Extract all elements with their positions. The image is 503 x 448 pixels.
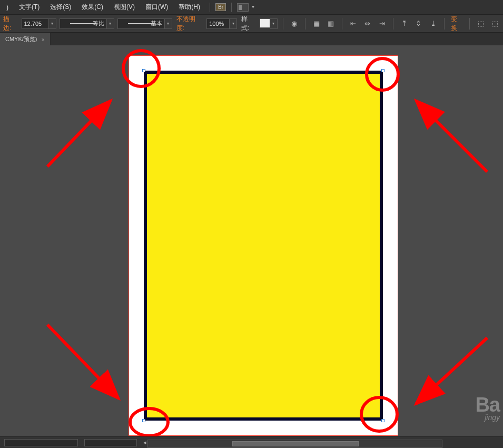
status-bar: ◂ 1 (0, 436, 503, 448)
workspace-switcher[interactable] (237, 3, 249, 12)
menu-select[interactable]: 选择(S) (46, 1, 75, 14)
svg-line-7 (47, 325, 119, 398)
style-step[interactable]: ▾ (270, 18, 278, 29)
align-bottom-icon[interactable]: ⤓ (428, 18, 439, 29)
stroke-weight-step[interactable]: ▾ (49, 18, 56, 29)
watermark-small: jingy (475, 413, 500, 422)
opacity-step[interactable]: ▾ (230, 18, 237, 29)
svg-line-5 (47, 101, 111, 167)
isolate-icon[interactable]: ⬚ (475, 18, 486, 29)
menu-view[interactable]: 视图(V) (110, 1, 139, 14)
style-swatch[interactable] (260, 18, 270, 28)
scrollbar-horizontal[interactable] (147, 440, 442, 448)
menu-help[interactable]: 帮助(H) (174, 1, 204, 14)
document-tab-bar: CMYK/预览) × (0, 33, 503, 45)
opacity-label: 不透明度: (175, 15, 204, 33)
align-top-icon[interactable]: ⤒ (399, 18, 410, 29)
brush-dropdown[interactable]: 基本 (117, 18, 165, 29)
isolate-icon-2[interactable]: ⬚ (490, 18, 501, 29)
watermark: Ba jingy (475, 394, 500, 422)
menu-window[interactable]: 窗口(W) (141, 1, 172, 14)
status-nav-prev[interactable]: ◂ (143, 439, 146, 446)
menu-effect[interactable]: 效果(C) (77, 1, 107, 14)
transform-button[interactable]: 变换 (450, 15, 464, 33)
watermark-big: Ba (475, 394, 500, 416)
divider (342, 18, 342, 30)
stroke-profile-step[interactable]: ▾ (107, 18, 114, 29)
bridge-button[interactable]: Br (215, 3, 226, 11)
menu-bar: ) 文字(T) 选择(S) 效果(C) 视图(V) 窗口(W) 帮助(H) Br (0, 0, 503, 15)
stroke-profile-dropdown[interactable]: 等比 (60, 18, 107, 29)
divider (469, 18, 470, 30)
svg-line-6 (416, 101, 487, 172)
style-label: 样式: (240, 15, 257, 33)
selection-handle-tl[interactable] (142, 69, 145, 72)
scrollbar-thumb[interactable] (232, 441, 359, 446)
menu-partial[interactable]: ) (2, 2, 13, 13)
menu-separator (210, 3, 210, 12)
divider (283, 18, 283, 30)
align-left-icon[interactable]: ⇤ (348, 18, 359, 29)
options-bar: 描边: 12.705 ▾ 等比 ▾ 基本 ▾ 不透明度: 100% ▾ 样式: … (0, 15, 503, 33)
document-tab[interactable]: CMYK/预览) × (0, 33, 51, 45)
recolor-icon[interactable]: ◉ (289, 18, 300, 29)
status-tool[interactable] (84, 439, 137, 446)
menu-separator-2 (231, 3, 232, 12)
align-panel-icon-2[interactable]: ▥ (325, 18, 336, 29)
brush-step[interactable]: ▾ (165, 18, 172, 29)
align-vcenter-icon[interactable]: ⇕ (413, 18, 424, 29)
opacity-field[interactable]: 100% (206, 18, 230, 29)
document-tab-title: CMYK/预览) (5, 35, 37, 43)
divider (393, 18, 393, 30)
stroke-weight-field[interactable]: 12.705 (22, 18, 49, 29)
selection-handle-bl[interactable] (142, 419, 145, 422)
zoom-field[interactable] (4, 439, 78, 446)
align-hcenter-icon[interactable]: ⇔ (362, 18, 373, 29)
divider (305, 18, 305, 30)
yellow-rectangle[interactable] (144, 71, 383, 421)
close-icon[interactable]: × (42, 36, 45, 43)
align-right-icon[interactable]: ⇥ (377, 18, 388, 29)
svg-line-8 (416, 338, 487, 404)
menu-text[interactable]: 文字(T) (15, 1, 44, 14)
canvas[interactable]: Ba jingy (0, 45, 503, 436)
align-panel-icon[interactable]: ▦ (311, 18, 322, 29)
artboard[interactable] (129, 56, 398, 435)
stroke-label: 描边: (2, 15, 18, 33)
selection-handle-tr[interactable] (381, 69, 384, 72)
selection-handle-br[interactable] (381, 419, 384, 422)
divider (444, 18, 445, 30)
